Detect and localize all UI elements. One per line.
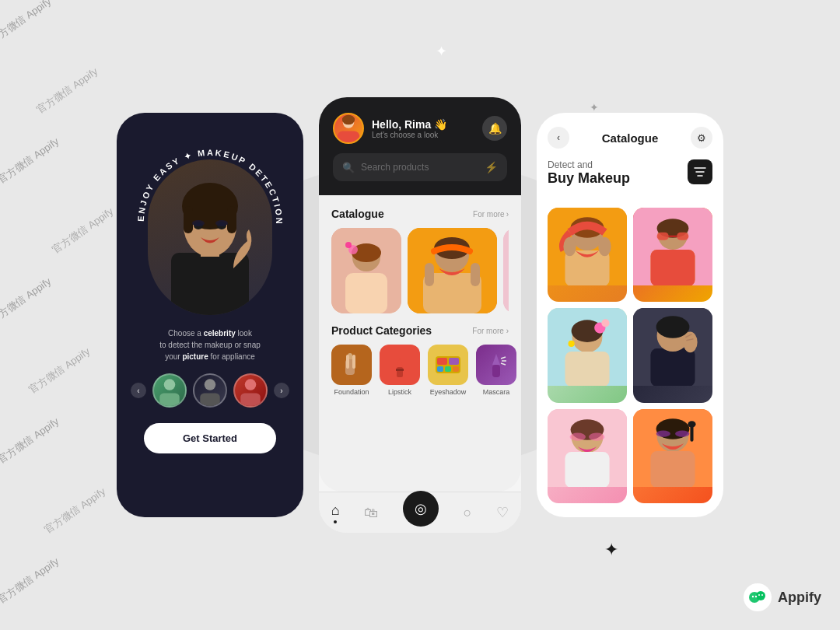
back-button[interactable]: ‹ xyxy=(548,127,569,149)
detect-label: Detect and xyxy=(548,159,630,170)
settings-button[interactable]: ⚙ xyxy=(691,127,712,149)
grid-image-1 xyxy=(548,208,627,285)
thumb-face-1 xyxy=(154,375,185,406)
buy-makeup-label: Buy Makeup xyxy=(548,170,630,187)
nav-profile[interactable]: ○ xyxy=(464,505,472,521)
svg-point-15 xyxy=(245,379,257,390)
bag-icon: 🛍 xyxy=(364,505,378,521)
phone-1-screen: ENJOY EASY ✦ MAKEUP DETECTION xyxy=(117,113,303,517)
nav-camera-button[interactable]: ◎ xyxy=(403,491,439,527)
svg-rect-31 xyxy=(471,263,480,286)
svg-point-78 xyxy=(569,341,575,347)
foundation-icon-box xyxy=(331,345,372,385)
lipstick-icon-box xyxy=(380,345,420,385)
appify-logo-icon xyxy=(744,583,772,611)
svg-rect-89 xyxy=(565,452,609,487)
catalogue-heading: Detect and Buy Makeup xyxy=(548,159,630,187)
svg-point-91 xyxy=(589,432,604,440)
svg-point-105 xyxy=(761,594,763,596)
grid-image-4 xyxy=(633,308,712,386)
svg-point-63 xyxy=(598,236,611,255)
svg-rect-71 xyxy=(650,250,695,285)
thumbnails-row: ‹ xyxy=(131,373,289,408)
main-container: ENJOY EASY ✦ MAKEUP DETECTION xyxy=(0,0,840,630)
bottom-navigation: ⌂ 🛍 ◎ ○ ♡ xyxy=(319,492,521,533)
heart-icon: ♡ xyxy=(496,504,509,521)
nav-shop[interactable]: 🛍 xyxy=(364,505,378,521)
thumb-portrait-2 xyxy=(194,373,226,406)
thumbnail-1[interactable] xyxy=(152,373,187,408)
nav-home[interactable]: ⌂ xyxy=(331,502,340,523)
catalogue-nav-title: Catalogue xyxy=(602,131,659,145)
catalogue-card-1-image xyxy=(331,228,401,313)
catalogue-card-2[interactable] xyxy=(408,228,497,313)
category-items: Foundation Lipstick xyxy=(331,345,509,396)
svg-rect-50 xyxy=(453,366,459,372)
appify-badge: Appify xyxy=(744,583,821,611)
catalogue-card-3[interactable] xyxy=(503,228,509,313)
grid-item-1[interactable] xyxy=(548,208,627,302)
catalogue-card-3-image xyxy=(503,228,509,313)
phone-2-body: Catalogue For more › xyxy=(319,195,521,492)
svg-rect-69 xyxy=(677,232,688,240)
svg-rect-32 xyxy=(503,228,509,313)
prev-arrow[interactable]: ‹ xyxy=(131,383,146,398)
lipstick-label: Lipstick xyxy=(388,388,411,396)
grid-item-4[interactable] xyxy=(633,308,712,402)
grid-item-5[interactable] xyxy=(548,409,627,503)
phone-2-screen: Hello, Rima 👋 Let's choose a look 🔔 🔍 Se… xyxy=(319,97,521,533)
category-foundation[interactable]: Foundation xyxy=(331,345,372,396)
get-started-button[interactable]: Get Started xyxy=(144,423,276,453)
svg-point-90 xyxy=(570,432,586,440)
arc-text-container: ENJOY EASY ✦ MAKEUP DETECTION xyxy=(124,136,296,307)
svg-point-103 xyxy=(755,596,757,597)
catalogue-card-1[interactable] xyxy=(331,228,401,313)
filter-icon[interactable]: ⚡ xyxy=(485,161,498,173)
svg-point-101 xyxy=(756,591,765,600)
nav-wishlist[interactable]: ♡ xyxy=(496,504,509,521)
catalogue-navigation: ‹ Catalogue ⚙ xyxy=(548,127,712,149)
category-lipstick[interactable]: Lipstick xyxy=(380,345,420,396)
profile-icon: ○ xyxy=(464,505,472,521)
thumb-face-3 xyxy=(235,375,266,406)
product-for-more-link[interactable]: For more › xyxy=(472,327,509,335)
for-more-link[interactable]: For more › xyxy=(473,210,509,219)
celebrity-thumbnails: ‹ xyxy=(131,373,289,408)
svg-point-99 xyxy=(688,421,695,427)
greeting-text: Hello, Rima 👋 Let's choose a look xyxy=(372,118,447,139)
thumb-face-2 xyxy=(194,375,226,406)
mascara-icon-box xyxy=(476,345,516,385)
search-placeholder: Search products xyxy=(361,162,478,173)
appify-label: Appify xyxy=(778,590,821,606)
grid-item-3[interactable] xyxy=(548,308,627,402)
svg-line-52 xyxy=(501,357,506,359)
svg-rect-48 xyxy=(437,366,443,372)
notification-bell-icon[interactable]: 🔔 xyxy=(482,116,507,141)
svg-point-62 xyxy=(563,236,576,255)
thumb-portrait-3 xyxy=(235,373,266,406)
search-bar[interactable]: 🔍 Search products ⚡ xyxy=(333,153,507,181)
svg-point-76 xyxy=(601,319,609,327)
svg-rect-44 xyxy=(396,369,404,371)
category-mascara[interactable]: Mascara xyxy=(476,345,516,396)
svg-point-97 xyxy=(675,430,689,436)
next-arrow[interactable]: › xyxy=(274,383,289,398)
greeting-left: Hello, Rima 👋 Let's choose a look xyxy=(333,113,447,144)
svg-rect-49 xyxy=(445,366,451,372)
svg-point-13 xyxy=(205,379,216,390)
svg-point-19 xyxy=(342,115,355,125)
product-categories-section: Product Categories For more › xyxy=(331,324,509,396)
description-text: Choose a celebrity lookto detect the mak… xyxy=(159,329,261,361)
filter-button[interactable] xyxy=(688,159,712,184)
grid-item-2[interactable] xyxy=(633,208,712,302)
phone-1-inner: ENJOY EASY ✦ MAKEUP DETECTION xyxy=(132,136,288,502)
thumbnail-3[interactable] xyxy=(233,373,268,408)
search-icon: 🔍 xyxy=(342,162,355,173)
thumbnail-2[interactable] xyxy=(193,373,227,408)
catalogue-title: Catalogue xyxy=(331,208,384,220)
home-icon: ⌂ xyxy=(331,502,340,519)
grid-item-6[interactable] xyxy=(633,409,712,503)
category-eyeshadow[interactable]: Eyeshadow xyxy=(428,345,468,396)
product-categories-header: Product Categories For more › xyxy=(331,324,509,337)
svg-rect-41 xyxy=(346,355,349,369)
